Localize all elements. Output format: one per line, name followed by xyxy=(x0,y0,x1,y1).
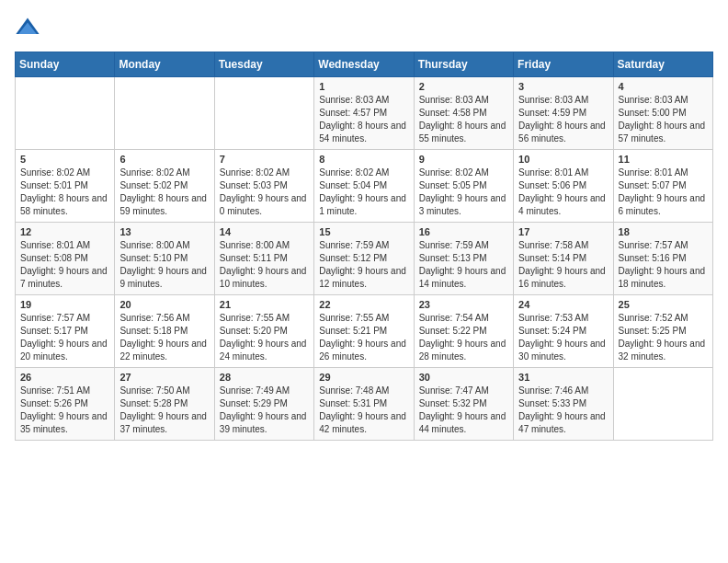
calendar-cell: 16 Sunrise: 7:59 AM Sunset: 5:13 PM Dayl… xyxy=(414,223,513,295)
sunset-label: Sunset: 5:33 PM xyxy=(518,398,586,408)
day-number: 28 xyxy=(220,372,309,383)
weekday-header-monday: Monday xyxy=(115,52,214,77)
calendar-cell: 19 Sunrise: 7:57 AM Sunset: 5:17 PM Dayl… xyxy=(16,295,115,368)
calendar-cell: 21 Sunrise: 7:55 AM Sunset: 5:20 PM Dayl… xyxy=(214,295,313,368)
sunset-label: Sunset: 5:00 PM xyxy=(619,108,687,118)
calendar-cell xyxy=(115,77,214,150)
daylight-label: Daylight: 9 hours and 20 minutes. xyxy=(20,339,108,362)
sunset-label: Sunset: 5:29 PM xyxy=(220,398,288,408)
calendar-cell: 8 Sunrise: 8:02 AM Sunset: 5:04 PM Dayli… xyxy=(314,150,414,223)
sunset-label: Sunset: 5:21 PM xyxy=(319,326,387,336)
cell-info: Sunrise: 7:55 AM Sunset: 5:21 PM Dayligh… xyxy=(319,312,408,363)
calendar-cell xyxy=(214,77,313,150)
day-number: 15 xyxy=(319,226,408,237)
cell-info: Sunrise: 8:03 AM Sunset: 4:59 PM Dayligh… xyxy=(518,94,608,145)
sunrise-label: Sunrise: 8:01 AM xyxy=(20,240,90,250)
sunset-label: Sunset: 5:10 PM xyxy=(119,253,188,263)
day-number: 29 xyxy=(319,372,408,383)
calendar-cell xyxy=(16,77,115,150)
sunrise-label: Sunrise: 7:59 AM xyxy=(319,240,389,250)
sunset-label: Sunset: 5:18 PM xyxy=(119,326,188,336)
daylight-label: Daylight: 8 hours and 56 minutes. xyxy=(518,121,606,144)
calendar-cell: 9 Sunrise: 8:02 AM Sunset: 5:05 PM Dayli… xyxy=(414,150,513,223)
cell-info: Sunrise: 7:58 AM Sunset: 5:14 PM Dayligh… xyxy=(518,239,608,291)
sunrise-label: Sunrise: 7:54 AM xyxy=(419,313,489,323)
calendar-cell: 18 Sunrise: 7:57 AM Sunset: 5:16 PM Dayl… xyxy=(613,223,712,295)
cell-info: Sunrise: 8:01 AM Sunset: 5:08 PM Dayligh… xyxy=(20,239,109,291)
sunset-label: Sunset: 5:12 PM xyxy=(319,253,387,263)
day-number: 22 xyxy=(319,299,408,310)
sunrise-label: Sunrise: 8:02 AM xyxy=(419,167,489,178)
cell-info: Sunrise: 7:48 AM Sunset: 5:31 PM Dayligh… xyxy=(319,385,408,436)
daylight-label: Daylight: 9 hours and 32 minutes. xyxy=(619,339,706,362)
daylight-label: Daylight: 9 hours and 42 minutes. xyxy=(319,411,406,434)
page-header xyxy=(15,15,713,40)
day-number: 4 xyxy=(619,81,708,92)
day-number: 10 xyxy=(518,154,608,165)
day-number: 27 xyxy=(119,372,209,383)
cell-info: Sunrise: 8:00 AM Sunset: 5:10 PM Dayligh… xyxy=(119,239,209,291)
calendar-cell: 5 Sunrise: 8:02 AM Sunset: 5:01 PM Dayli… xyxy=(16,150,115,223)
cell-info: Sunrise: 8:03 AM Sunset: 5:00 PM Dayligh… xyxy=(619,94,708,145)
day-number: 9 xyxy=(419,154,508,165)
daylight-label: Daylight: 9 hours and 22 minutes. xyxy=(119,339,207,362)
day-number: 24 xyxy=(518,299,608,310)
day-number: 17 xyxy=(518,226,608,237)
daylight-label: Daylight: 9 hours and 44 minutes. xyxy=(419,411,506,434)
weekday-header-saturday: Saturday xyxy=(613,52,712,77)
weekday-header-tuesday: Tuesday xyxy=(214,52,313,77)
calendar-week-5: 26 Sunrise: 7:51 AM Sunset: 5:26 PM Dayl… xyxy=(16,368,713,441)
day-number: 11 xyxy=(619,154,708,165)
cell-info: Sunrise: 8:01 AM Sunset: 5:06 PM Dayligh… xyxy=(518,167,608,218)
sunrise-label: Sunrise: 7:55 AM xyxy=(220,313,290,323)
calendar-cell: 30 Sunrise: 7:47 AM Sunset: 5:32 PM Dayl… xyxy=(414,368,513,441)
cell-info: Sunrise: 7:57 AM Sunset: 5:17 PM Dayligh… xyxy=(20,312,109,363)
day-number: 14 xyxy=(220,226,309,237)
daylight-label: Daylight: 9 hours and 6 minutes. xyxy=(619,193,706,216)
sunset-label: Sunset: 5:11 PM xyxy=(220,253,288,263)
cell-info: Sunrise: 7:50 AM Sunset: 5:28 PM Dayligh… xyxy=(119,385,209,436)
day-number: 16 xyxy=(419,226,508,237)
sunrise-label: Sunrise: 8:01 AM xyxy=(518,167,588,178)
cell-info: Sunrise: 8:02 AM Sunset: 5:04 PM Dayligh… xyxy=(319,167,408,218)
sunrise-label: Sunrise: 7:57 AM xyxy=(20,313,90,323)
calendar-cell: 10 Sunrise: 8:01 AM Sunset: 5:06 PM Dayl… xyxy=(514,150,613,223)
cell-info: Sunrise: 7:59 AM Sunset: 5:13 PM Dayligh… xyxy=(419,239,508,291)
daylight-label: Daylight: 9 hours and 1 minute. xyxy=(319,193,406,216)
sunrise-label: Sunrise: 8:02 AM xyxy=(220,167,290,178)
daylight-label: Daylight: 9 hours and 37 minutes. xyxy=(119,411,207,434)
cell-info: Sunrise: 7:56 AM Sunset: 5:18 PM Dayligh… xyxy=(119,312,209,363)
cell-info: Sunrise: 7:55 AM Sunset: 5:20 PM Dayligh… xyxy=(220,312,309,363)
day-number: 13 xyxy=(119,226,209,237)
sunrise-label: Sunrise: 8:03 AM xyxy=(419,95,489,105)
sunset-label: Sunset: 4:59 PM xyxy=(518,108,586,118)
day-number: 26 xyxy=(20,372,109,383)
calendar-cell xyxy=(613,368,712,441)
day-number: 5 xyxy=(20,154,109,165)
sunrise-label: Sunrise: 7:55 AM xyxy=(319,313,389,323)
day-number: 12 xyxy=(20,226,109,237)
sunrise-label: Sunrise: 7:59 AM xyxy=(419,240,489,250)
sunset-label: Sunset: 5:02 PM xyxy=(119,180,188,190)
calendar-cell: 4 Sunrise: 8:03 AM Sunset: 5:00 PM Dayli… xyxy=(613,77,712,150)
calendar-cell: 27 Sunrise: 7:50 AM Sunset: 5:28 PM Dayl… xyxy=(115,368,214,441)
sunrise-label: Sunrise: 7:58 AM xyxy=(518,240,588,250)
sunset-label: Sunset: 5:31 PM xyxy=(319,398,387,408)
cell-info: Sunrise: 8:02 AM Sunset: 5:03 PM Dayligh… xyxy=(220,167,309,218)
sunset-label: Sunset: 5:28 PM xyxy=(119,398,188,408)
sunset-label: Sunset: 5:17 PM xyxy=(20,326,88,336)
calendar-cell: 31 Sunrise: 7:46 AM Sunset: 5:33 PM Dayl… xyxy=(514,368,613,441)
weekday-header-thursday: Thursday xyxy=(414,52,513,77)
day-number: 20 xyxy=(119,299,209,310)
sunset-label: Sunset: 5:26 PM xyxy=(20,398,88,408)
daylight-label: Daylight: 9 hours and 26 minutes. xyxy=(319,339,406,362)
weekday-header-sunday: Sunday xyxy=(16,52,115,77)
calendar-cell: 15 Sunrise: 7:59 AM Sunset: 5:12 PM Dayl… xyxy=(314,223,414,295)
daylight-label: Daylight: 9 hours and 16 minutes. xyxy=(518,266,606,289)
cell-info: Sunrise: 7:47 AM Sunset: 5:32 PM Dayligh… xyxy=(419,385,508,436)
sunrise-label: Sunrise: 8:02 AM xyxy=(319,167,389,178)
sunrise-label: Sunrise: 7:50 AM xyxy=(119,385,189,396)
day-number: 21 xyxy=(220,299,309,310)
cell-info: Sunrise: 7:52 AM Sunset: 5:25 PM Dayligh… xyxy=(619,312,708,363)
sunset-label: Sunset: 5:32 PM xyxy=(419,398,487,408)
